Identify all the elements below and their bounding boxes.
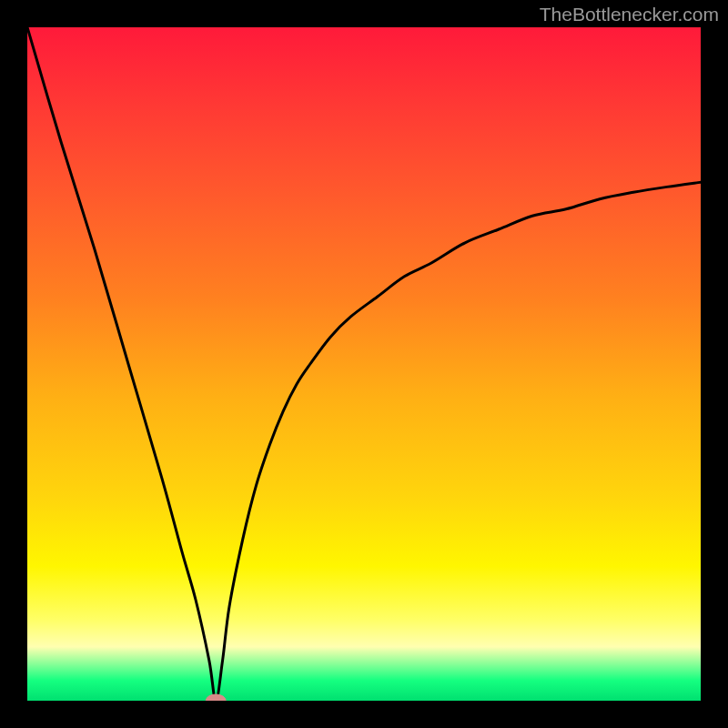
svg-point-0 (206, 694, 226, 701)
watermark-text: TheBottlenecker.com (540, 4, 719, 25)
optimal-point-marker (27, 27, 701, 701)
chart-frame: TheBottlenecker.com (0, 0, 728, 728)
plot-area (27, 27, 701, 701)
